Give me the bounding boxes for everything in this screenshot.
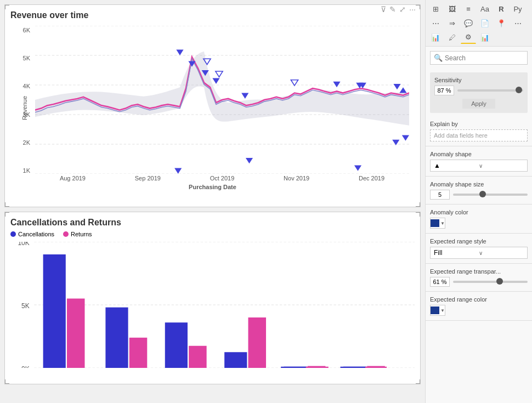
tb-icon-brush[interactable]: 🖊 [444, 31, 460, 44]
bar-chart-title: Cancellations and Returns [10, 218, 415, 228]
expected-range-transparency-thumb [496, 278, 503, 285]
tb-icon-chart[interactable]: 📊 [428, 31, 443, 44]
expected-range-color-section: Expected range color ▼ [426, 292, 532, 321]
explain-by-label: Explain by [430, 121, 528, 127]
expected-range-style-value: Fill [434, 249, 479, 257]
tb-icon-doc[interactable]: 📄 [477, 16, 493, 30]
sensitivity-section: Sensitivity 87 % Apply [430, 72, 528, 113]
svg-text:0K: 0K [21, 365, 30, 368]
expected-range-style-label: Expected range style [430, 238, 528, 245]
svg-marker-21 [246, 158, 253, 163]
tb-icon-r[interactable]: R [494, 2, 509, 15]
anomaly-size-slider[interactable] [453, 194, 528, 196]
anomaly-shape-section: Anomaly shape ▲ ∨ [426, 146, 532, 177]
svg-marker-22 [354, 165, 361, 171]
svg-marker-6 [176, 50, 183, 55]
search-icon: 🔍 [434, 54, 443, 62]
bar-legend: Cancellations Returns [10, 231, 415, 237]
corner-tr [416, 5, 420, 9]
bar-chart-area: 10K 5K 0K [10, 242, 415, 368]
svg-marker-14 [399, 87, 406, 93]
tb-icon-more2[interactable]: ⋯ [510, 16, 525, 30]
svg-marker-20 [174, 168, 182, 174]
line-chart-title: Revenue over time [10, 10, 88, 20]
legend-returns-label: Returns [71, 231, 92, 237]
anomaly-size-value[interactable]: 5 [430, 190, 450, 200]
expected-range-color-label: Expected range color [430, 296, 528, 303]
toolbar-top: ⊞ 🖼 ≡ Aa R Py ⋯ ⇒ 💬 📄 📍 ⋯ 📊 🖊 ⚙ 📊 [426, 0, 532, 47]
legend-cancellations: Cancellations [10, 231, 54, 237]
svg-container [35, 26, 409, 174]
svg-marker-9 [241, 93, 248, 99]
expected-range-transparency-row: 61 % [430, 277, 528, 287]
tb-icon-text[interactable]: Aa [477, 2, 493, 15]
expected-range-style-arrow: ∨ [479, 250, 524, 256]
tb-icon-grid[interactable]: ⊞ [428, 2, 443, 15]
apply-button[interactable]: Apply [462, 99, 495, 109]
expected-range-color-arrow: ▼ [440, 308, 445, 313]
anomaly-color-arrow: ▼ [440, 221, 445, 226]
anomaly-shape-arrow: ∨ [479, 163, 524, 169]
search-input[interactable] [445, 54, 524, 62]
anomaly-shape-label: Anomaly shape [430, 151, 528, 157]
expand-icon[interactable]: ⤢ [399, 5, 406, 14]
sensitivity-thumb [516, 87, 522, 93]
bar-corner-bl [5, 379, 9, 384]
more-icon[interactable]: ··· [409, 5, 416, 14]
legend-returns-dot [63, 231, 69, 237]
tb-icon-table[interactable]: ≡ [461, 2, 476, 15]
expected-range-style-dropdown[interactable]: Fill ∨ [430, 247, 528, 259]
svg-rect-34 [105, 308, 128, 368]
legend-cancellations-dot [10, 231, 16, 237]
sensitivity-slider[interactable] [457, 89, 523, 92]
line-chart-icons: ⊽ ✎ ⤢ ··· [381, 5, 416, 14]
main-content: Revenue over time ⊽ ✎ ⤢ ··· 6K 5K 4K 3K … [0, 0, 425, 403]
expected-range-style-section: Expected range style Fill ∨ [426, 234, 532, 264]
sensitivity-value[interactable]: 87 % [434, 86, 454, 95]
expected-range-transparency-label: Expected range transpar... [430, 268, 528, 275]
svg-rect-33 [67, 299, 85, 368]
tb-icon-arrow[interactable]: ⇒ [444, 16, 460, 30]
anomaly-shape-dropdown[interactable]: ▲ ∨ [430, 160, 528, 172]
search-box[interactable]: 🔍 [430, 51, 528, 65]
anomaly-size-row: 5 [430, 190, 528, 200]
tb-icon-pin[interactable]: 📍 [494, 16, 509, 30]
anomaly-shape-value: ▲ [434, 162, 479, 169]
tb-icon-chart2[interactable]: 📊 [477, 31, 493, 44]
tb-icon-image[interactable]: 🖼 [444, 2, 460, 15]
expected-range-color-swatch [431, 306, 439, 314]
expected-range-color-button[interactable]: ▼ [430, 305, 445, 316]
anomaly-size-section: Anomaly shape size 5 [426, 177, 532, 205]
edit-icon[interactable]: ✎ [389, 5, 396, 14]
expected-range-transparency-section: Expected range transpar... 61 % [426, 264, 532, 292]
svg-rect-32 [43, 254, 66, 368]
svg-rect-37 [189, 346, 207, 368]
y-axis-title: Revenue [21, 96, 28, 120]
svg-rect-39 [248, 317, 267, 368]
svg-text:5K: 5K [21, 302, 30, 309]
right-panel: ⊞ 🖼 ≡ Aa R Py ⋯ ⇒ 💬 📄 📍 ⋯ 📊 🖊 ⚙ 📊 🔍 Sens… [425, 0, 532, 403]
explain-by-section: Explain by Add data fields here [426, 116, 532, 146]
anomaly-color-label: Anomaly color [430, 209, 528, 215]
svg-marker-10 [333, 82, 340, 87]
line-chart-area: 6K 5K 4K 3K 2K 1K Revenue [10, 26, 415, 190]
anomaly-color-swatch [431, 219, 439, 227]
filter-icon[interactable]: ⊽ [381, 5, 386, 14]
bar-chart-box: Cancellations and Returns Cancellations … [4, 212, 421, 384]
svg-rect-36 [165, 322, 188, 368]
expected-range-transparency-slider[interactable] [453, 281, 528, 283]
tb-icon-py[interactable]: Py [510, 2, 525, 15]
sensitivity-slider-row: 87 % [434, 86, 523, 95]
bar-corner-tr [416, 212, 420, 217]
anomaly-color-button[interactable]: ▼ [430, 218, 445, 229]
expected-range-transparency-value[interactable]: 61 % [430, 277, 450, 287]
tb-icon-more1[interactable]: ⋯ [428, 16, 443, 30]
tb-icon-analytics[interactable]: ⚙ [461, 31, 476, 44]
svg-marker-18 [291, 80, 298, 86]
legend-cancellations-label: Cancellations [18, 231, 54, 237]
svg-marker-12 [393, 84, 400, 89]
legend-returns: Returns [63, 231, 92, 237]
tb-icon-chat[interactable]: 💬 [461, 16, 476, 30]
x-axis-labels: Aug 2019 Sep 2019 Oct 2019 Nov 2019 Dec … [35, 175, 409, 181]
explain-by-field[interactable]: Add data fields here [430, 129, 528, 141]
